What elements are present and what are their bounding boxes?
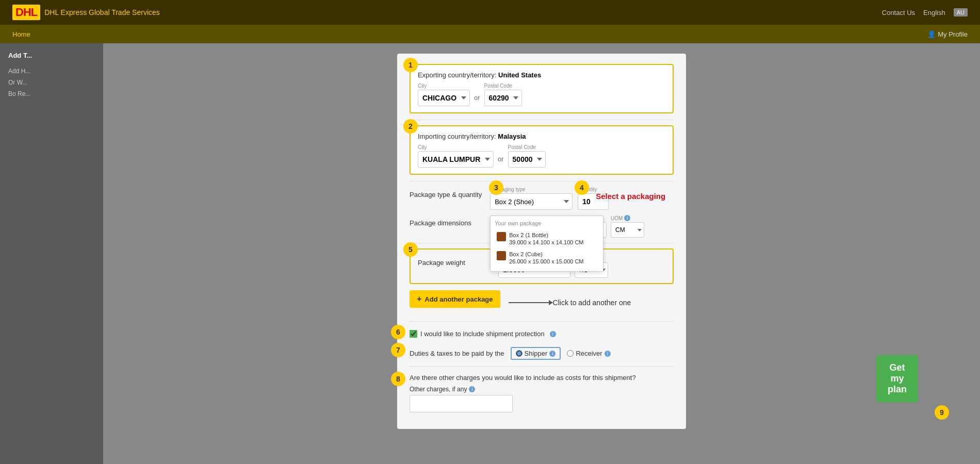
step-badge-6: 6 <box>391 325 405 339</box>
exporting-country: United States <box>498 71 541 79</box>
select-packaging-callout: Select a packaging <box>596 192 665 201</box>
protection-label: I would like to include shipment protect… <box>420 330 545 338</box>
other-charges-info-icon[interactable]: i <box>469 386 475 392</box>
city-group-1: City CHICAGO <box>418 83 470 106</box>
importing-fields: City KUALA LUMPUR or Postal Code 50000 <box>418 144 665 168</box>
sidebar: Add T... Add H... Or W... Bo Re... <box>0 43 103 464</box>
uom-group-dims: UOM i CM IN <box>611 215 644 238</box>
exporting-section: 1 Exporting country/territory: United St… <box>410 64 674 113</box>
receiver-radio[interactable] <box>567 350 574 357</box>
language-select[interactable]: English <box>923 9 945 16</box>
postal-label-1: Postal Code <box>484 83 522 89</box>
receiver-radio-option[interactable]: Receiver i <box>567 350 610 357</box>
packaging-dropdown-popup: Your own package Box 2 (1 Bottle) 39.000… <box>490 216 603 272</box>
popup-section-title: Your own package <box>495 220 599 226</box>
divider-4 <box>410 321 674 322</box>
receiver-info-icon[interactable]: i <box>605 351 611 357</box>
exporting-fields: City CHICAGO or Postal Code 60290 <box>418 83 665 106</box>
dimensions-label: Package dimensions <box>410 215 482 227</box>
step-badge-1: 1 <box>403 58 418 72</box>
shipper-info-icon[interactable]: i <box>549 351 556 357</box>
receiver-label: Receiver <box>576 350 602 357</box>
importing-country: Malaysia <box>498 132 526 140</box>
divider-2 <box>410 181 674 181</box>
uom-select-dims[interactable]: CM IN <box>611 222 644 238</box>
top-nav: DHL DHL Express Global Trade Services Co… <box>0 0 980 25</box>
sidebar-title: Add T... <box>8 52 95 59</box>
duties-label: Duties & taxes to be paid by the <box>410 350 504 357</box>
postal-label-2: Postal Code <box>508 144 546 150</box>
dhl-logo: DHL <box>12 5 40 20</box>
shipper-label: Shipper <box>525 350 548 357</box>
shipper-radio[interactable] <box>516 350 522 357</box>
add-package-row: + Add another package Click to add anoth… <box>410 290 674 315</box>
get-my-plan-button[interactable]: Get my plan <box>876 355 918 402</box>
arrow-line <box>509 302 550 303</box>
main-content: 1 Exporting country/territory: United St… <box>103 43 980 464</box>
city-select-1[interactable]: CHICAGO <box>418 90 470 106</box>
package-type-label: Package type & quantity <box>410 187 482 198</box>
or-text-2: or <box>498 155 504 163</box>
step-badge-7: 7 <box>391 343 405 357</box>
sidebar-item-1[interactable]: Add H... <box>8 65 95 77</box>
protection-info-icon[interactable]: i <box>550 331 556 337</box>
postal-group-2: Postal Code 50000 <box>508 144 546 168</box>
box-icon-1 <box>497 232 506 241</box>
duties-radio-group: Shipper i Receiver i <box>511 347 611 360</box>
box-icon-2 <box>497 251 506 260</box>
step-badge-3: 3 <box>489 180 503 195</box>
protection-row: 6 I would like to include shipment prote… <box>410 327 674 341</box>
popup-item-1[interactable]: Box 2 (1 Bottle) 39.000 x 14.100 x 14.10… <box>495 229 599 248</box>
importing-label: Importing country/territory: Malaysia <box>418 132 665 140</box>
protection-checkbox[interactable] <box>410 330 417 338</box>
other-charges-section: 8 Are there other charges you would like… <box>410 374 674 412</box>
user-nav[interactable]: 👤 My Profile <box>927 30 968 38</box>
flag-icon: AU <box>954 8 968 16</box>
duties-row: 7 Duties & taxes to be paid by the Shipp… <box>410 347 674 367</box>
divider-1 <box>410 120 674 120</box>
postal-group-1: Postal Code 60290 <box>484 83 522 106</box>
popup-item-1-text: Box 2 (1 Bottle) 39.000 x 14.100 x 14.10… <box>509 231 583 246</box>
step-badge-9: 9 <box>935 405 949 420</box>
postal-select-2[interactable]: 50000 <box>508 151 546 168</box>
nav-right: Contact Us English AU <box>882 8 968 16</box>
home-link[interactable]: Home <box>12 30 30 38</box>
postal-select-1[interactable]: 60290 <box>484 90 522 106</box>
packaging-type-select[interactable]: Box 2 (Shoe) <box>490 193 573 210</box>
contact-us-link[interactable]: Contact Us <box>882 9 915 16</box>
other-charges-label: Other charges, if any i <box>410 386 674 393</box>
add-package-annotation-text: Click to add another one <box>553 299 631 307</box>
page-layout: Add T... Add H... Or W... Bo Re... 1 Exp… <box>0 43 980 464</box>
city-label-2: City <box>418 144 494 150</box>
popup-item-2[interactable]: Box 2 (Cube) 26.000 x 15.000 x 15.000 CM <box>495 248 599 268</box>
step-badge-5: 5 <box>403 242 418 257</box>
sidebar-item-3[interactable]: Bo Re... <box>8 88 95 100</box>
site-title: DHL Express Global Trade Services <box>44 8 160 16</box>
city-label-1: City <box>418 83 470 89</box>
form-panel: 1 Exporting country/territory: United St… <box>397 54 686 429</box>
shipper-radio-option[interactable]: Shipper i <box>511 347 561 360</box>
user-icon: 👤 <box>927 30 936 38</box>
step-badge-8: 8 <box>391 372 405 386</box>
my-profile-label[interactable]: My Profile <box>938 30 968 38</box>
step-badge-4: 4 <box>575 180 589 195</box>
get-plan-area: 9 Get my plan <box>935 405 949 423</box>
step-badge-2: 2 <box>403 119 418 134</box>
arrow-head <box>549 300 553 305</box>
other-charges-question: Are there other charges you would like t… <box>410 374 674 382</box>
or-text-1: or <box>474 94 480 102</box>
add-package-button[interactable]: + Add another package <box>410 290 500 308</box>
sidebar-item-2[interactable]: Or W... <box>8 77 95 88</box>
package-type-row: Package type & quantity Packaging type B… <box>410 187 674 210</box>
uom-label-dims: UOM i <box>611 215 644 221</box>
other-charges-input[interactable] <box>410 395 513 412</box>
plus-icon: + <box>417 294 421 304</box>
importing-section: 2 Importing country/territory: Malaysia … <box>410 125 674 175</box>
city-select-2[interactable]: KUALA LUMPUR <box>418 151 494 168</box>
add-package-label: Add another package <box>424 295 493 303</box>
exporting-label: Exporting country/territory: United Stat… <box>418 71 665 79</box>
logo-area: DHL DHL Express Global Trade Services <box>12 5 160 20</box>
uom-info-icon-dims[interactable]: i <box>624 215 630 221</box>
popup-item-2-text: Box 2 (Cube) 26.000 x 15.000 x 15.000 CM <box>509 251 583 266</box>
weight-label: Package weight <box>418 255 490 267</box>
